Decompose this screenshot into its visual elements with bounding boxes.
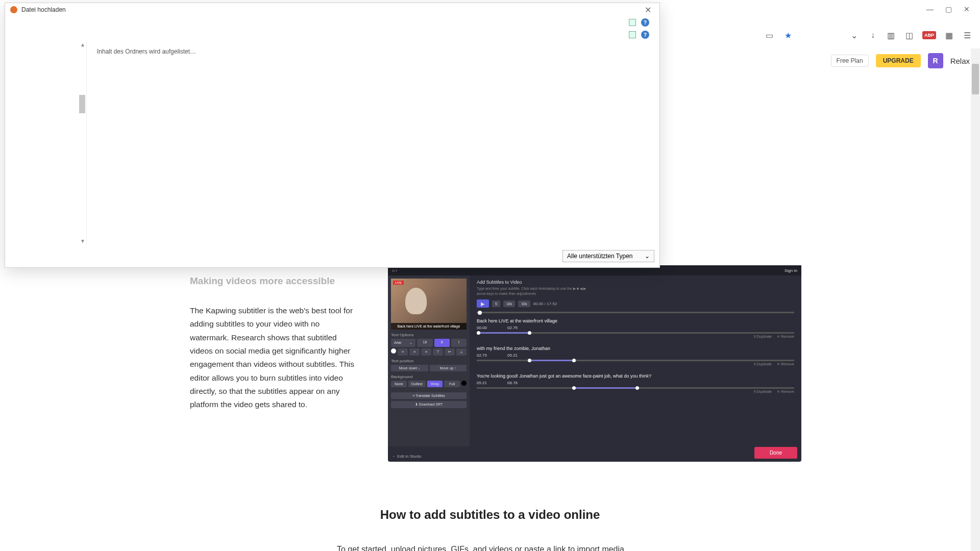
bookmark-star-icon[interactable]: ★ [782, 30, 794, 41]
align-left[interactable]: ≡ [398, 348, 408, 356]
editor-breadcrumb: ⌂ › [392, 268, 397, 273]
dialog-sidebar[interactable]: ▲ ▼ [5, 41, 87, 245]
done-button[interactable]: Done [754, 447, 797, 459]
pocket-icon[interactable]: ⌄ [849, 30, 860, 41]
align-center[interactable]: ≡ [409, 348, 420, 356]
entry-remove-2[interactable]: ✕ Remove [777, 390, 794, 394]
downloads-icon[interactable]: ↓ [867, 30, 878, 41]
entry-dup-0[interactable]: ⎘ Duplicate [754, 335, 772, 339]
align-mid[interactable]: ⊢ [445, 348, 455, 356]
dialog-title: Datei hochladen [21, 6, 642, 13]
progress-bar[interactable] [477, 312, 794, 313]
entry-dup-2[interactable]: ⎘ Duplicate [754, 390, 772, 394]
section-title: Making videos more accessible [190, 276, 357, 287]
menu-icon[interactable]: ☰ [962, 30, 973, 41]
download-srt-button[interactable]: ⬇ Download SRT [391, 401, 467, 408]
entry-text-1[interactable]: with my friend the zombie, Jonathan [477, 346, 794, 351]
help-icon-1[interactable]: ? [641, 18, 649, 27]
align-top[interactable]: ⊤ [433, 348, 443, 356]
sidebar-icon[interactable]: ◫ [904, 30, 915, 41]
bg-color[interactable] [461, 381, 467, 386]
page-scrollbar[interactable] [971, 48, 980, 551]
video-thumbnail[interactable]: LIVE Back here LIVE at the waterfront vi… [391, 279, 467, 330]
move-up-button[interactable]: Move up ↑ [430, 365, 467, 371]
thumb-caption: Back here LIVE at the waterfront village [391, 323, 467, 330]
italic-button[interactable]: I [451, 339, 467, 347]
move-down-button[interactable]: Move down ↓ [391, 365, 428, 371]
background-label: Background [391, 374, 467, 379]
sidebar-scroll-up[interactable]: ▲ [80, 42, 85, 47]
section-body: The Kapwing subtitler is the web's best … [190, 304, 357, 412]
bg-none[interactable]: None [391, 381, 407, 387]
entry-remove-0[interactable]: ✕ Remove [777, 335, 794, 339]
rewind-chip[interactable]: 10s [503, 300, 515, 307]
entry-slider-2[interactable] [477, 387, 794, 389]
text-options-label: Text Options [391, 333, 467, 337]
entry-text-2[interactable]: You're looking good! Jonathan just got a… [477, 373, 794, 379]
entry-dup-1[interactable]: ⎘ Duplicate [754, 362, 772, 366]
text-position-label: Text position [391, 359, 467, 363]
align-bot[interactable]: ⊥ [456, 348, 467, 356]
editor-hint2: arrow keys to make finer adjustments [477, 292, 794, 295]
abp-badge[interactable]: ABP [922, 31, 936, 39]
translate-button[interactable]: ≡ Translate Subtitles [391, 392, 467, 399]
bg-wrap[interactable]: Wrap [427, 381, 443, 387]
font-select[interactable]: Arial⌄ [391, 339, 415, 347]
editor-hint1: Type and time your subtitle. Click each … [477, 287, 794, 291]
entry-slider-0[interactable] [477, 332, 794, 334]
library-icon[interactable]: ▥ [886, 30, 897, 41]
dialog-close-button[interactable]: ✕ [642, 5, 654, 15]
sidebar-scroll-down[interactable]: ▼ [80, 238, 85, 244]
view-toggle-icon-2[interactable] [629, 31, 636, 38]
bold-button[interactable]: B [434, 339, 450, 347]
reader-icon[interactable]: ▭ [764, 30, 775, 41]
user-name-label: Relax [950, 57, 970, 65]
forward-chip[interactable]: 10s [518, 300, 530, 307]
help-icon-2[interactable]: ? [641, 31, 649, 39]
entry-slider-1[interactable] [477, 360, 794, 361]
color-white[interactable] [391, 348, 396, 354]
file-type-select[interactable]: Alle unterstützten Typen⌄ [562, 250, 654, 262]
howto-body: To get started, upload pictures, GIFs, a… [337, 542, 643, 551]
howto-title: How to add subtitles to a video online [0, 508, 980, 522]
font-size[interactable]: 18 [417, 339, 432, 347]
upgrade-button[interactable]: UPGRADE [876, 54, 921, 67]
entry-text-0[interactable]: Back here LIVE at the waterfront village [477, 318, 794, 323]
bg-full[interactable]: Full [444, 381, 460, 387]
sidebar-scroll-thumb[interactable] [79, 95, 85, 113]
file-upload-dialog: Datei hochladen ✕ ? ? ▲ ▼ Inhalt des Ord… [5, 3, 660, 268]
avatar[interactable]: R [928, 53, 943, 68]
maximize-button[interactable]: ▢ [943, 4, 953, 14]
align-right[interactable]: ≡ [421, 348, 431, 356]
speed-chip[interactable]: 5 [492, 300, 500, 307]
live-badge: LIVE [393, 281, 404, 285]
loading-text: Inhalt des Ordners wird aufgelistet… [97, 48, 649, 55]
sign-in-link[interactable]: Sign In [785, 268, 797, 273]
firefox-icon [10, 6, 17, 13]
breadcrumb-label: Add Subtitles to Video [477, 280, 794, 285]
entry-remove-1[interactable]: ✕ Remove [777, 362, 794, 366]
editor-preview: ⌂ › Sign In LIVE Back here LIVE at the w… [388, 265, 801, 462]
view-toggle-icon-1[interactable] [629, 19, 636, 26]
bg-outline[interactable]: Outline [408, 381, 426, 387]
extensions-icon[interactable]: ▦ [943, 30, 954, 41]
close-window-button[interactable]: ✕ [962, 4, 972, 14]
free-plan-badge: Free Plan [831, 55, 869, 67]
edit-in-studio-link[interactable]: ← Edit in Studio [392, 454, 421, 459]
play-button[interactable]: ▶ [477, 299, 489, 308]
minimize-button[interactable]: — [925, 4, 935, 14]
time-display: 00.00 / 17.52 [533, 302, 557, 306]
